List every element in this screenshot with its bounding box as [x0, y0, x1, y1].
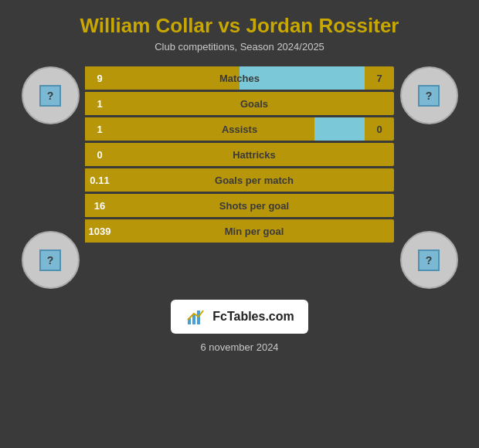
stat-bar-area: Goals per match [114, 168, 394, 192]
stat-label: Goals per match [114, 175, 394, 186]
stat-left-value: 1 [85, 92, 114, 115]
stat-bar-area: Min per goal [114, 219, 394, 243]
fctables-icon [185, 306, 206, 328]
stat-left-value: 1039 [85, 219, 114, 243]
stat-left-value: 9 [85, 66, 114, 90]
page-title: William Collar vs Jordan Rossiter [80, 14, 399, 38]
left-avatar-question-icon2: ? [39, 249, 61, 271]
stats-column: 9Matches71Goals1Assists00Hattricks0.11Go… [85, 66, 394, 243]
stat-left-value: 0 [85, 143, 114, 166]
stat-label: Min per goal [114, 226, 394, 237]
stat-right-value: 0 [365, 117, 394, 141]
left-avatar-question-icon: ? [39, 85, 61, 107]
right-avatar-question-icon: ? [418, 85, 440, 107]
stat-label: Assists [114, 124, 365, 135]
stat-label: Shots per goal [114, 200, 394, 212]
right-player-avatar-top: ? [400, 66, 458, 124]
stat-row: 1Assists0 [85, 117, 394, 141]
page-subtitle: Club competitions, Season 2024/2025 [155, 41, 324, 53]
stat-right-value: 7 [365, 66, 394, 90]
right-player-col: ? ? [394, 66, 464, 289]
right-player-avatar-bottom: ? [400, 231, 458, 289]
stat-row: 1Goals [85, 92, 394, 115]
left-player-avatar-top: ? [22, 66, 80, 124]
comparison-area: ? ? 9Matches71Goals1Assists00Hattricks0.… [15, 66, 464, 289]
left-player-col: ? ? [15, 66, 85, 289]
stat-bar-area: Assists [114, 117, 365, 141]
stat-bar-area: Shots per goal [114, 194, 394, 217]
main-container: William Collar vs Jordan Rossiter Club c… [0, 0, 479, 448]
stat-row: 0Hattricks [85, 143, 394, 166]
stat-bar-area: Matches [114, 66, 365, 90]
fctables-label: FcTables.com [212, 310, 294, 324]
stat-left-value: 16 [85, 194, 114, 217]
stat-left-value: 1 [85, 117, 114, 141]
stat-label: Hattricks [114, 149, 394, 161]
stat-bar-area: Hattricks [114, 143, 394, 166]
stat-bar-area: Goals [114, 92, 394, 115]
stat-row: 1039Min per goal [85, 219, 394, 243]
stat-left-value: 0.11 [85, 168, 114, 192]
fctables-badge: FcTables.com [171, 300, 308, 334]
stat-row: 9Matches7 [85, 66, 394, 90]
stat-label: Goals [114, 98, 394, 110]
date-label: 6 november 2024 [200, 341, 278, 353]
stat-row: 0.11Goals per match [85, 168, 394, 192]
right-avatar-question-icon2: ? [418, 249, 440, 271]
stat-label: Matches [114, 73, 365, 84]
left-player-avatar-bottom: ? [22, 231, 80, 289]
stat-row: 16Shots per goal [85, 194, 394, 217]
